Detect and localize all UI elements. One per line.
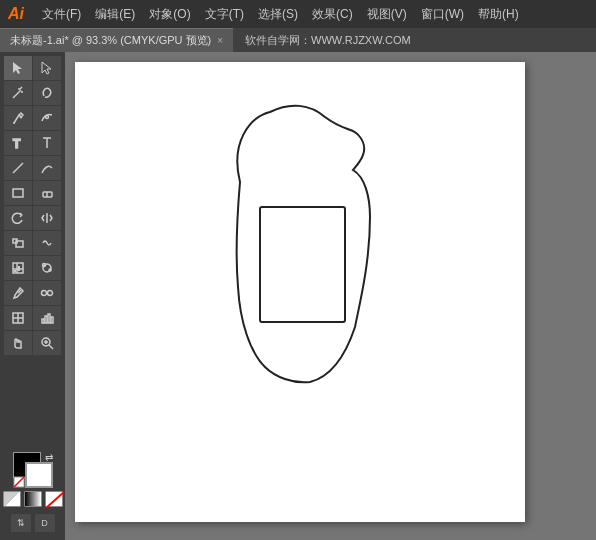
magic-wand-tool[interactable] [4, 81, 32, 105]
svg-line-39 [49, 345, 53, 349]
selection-tool[interactable] [4, 56, 32, 80]
direct-selection-tool[interactable] [33, 56, 61, 80]
lasso-tool[interactable] [33, 81, 61, 105]
left-toolbar: T [0, 52, 65, 540]
svg-line-3 [19, 90, 21, 92]
zoom-tool[interactable] [33, 331, 61, 355]
svg-point-29 [48, 291, 53, 296]
svg-rect-13 [13, 189, 23, 197]
svg-point-28 [42, 291, 47, 296]
tool-row-rotate [2, 206, 63, 230]
stroke-color[interactable] [25, 462, 53, 488]
artboard [75, 62, 525, 522]
menu-bar: 文件(F) 编辑(E) 对象(O) 文字(T) 选择(S) 效果(C) 视图(V… [36, 4, 525, 25]
tool-row-eyedropper [2, 281, 63, 305]
menu-window[interactable]: 窗口(W) [415, 4, 470, 25]
menu-help[interactable]: 帮助(H) [472, 4, 525, 25]
tab-right-info: 软件自学网：WWW.RJZXW.COM [233, 33, 411, 48]
vertical-type-tool[interactable] [33, 131, 61, 155]
active-tab[interactable]: 未标题-1.ai* @ 93.3% (CMYK/GPU 预览) × [0, 28, 233, 52]
menu-edit[interactable]: 编辑(E) [89, 4, 141, 25]
tool-row-selection [2, 56, 63, 80]
extra-tools-row: ⇅ D [11, 514, 55, 532]
svg-line-44 [46, 492, 64, 508]
solid-color-btn[interactable] [3, 491, 21, 507]
tool-row-wand [2, 81, 63, 105]
none-icon [13, 476, 25, 488]
swap-fill-stroke-btn[interactable]: ⇅ [11, 514, 31, 532]
canvas-area [65, 52, 596, 540]
menu-type[interactable]: 文字(T) [199, 4, 250, 25]
blend-tool[interactable] [33, 281, 61, 305]
svg-rect-22 [14, 270, 16, 272]
menu-effect[interactable]: 效果(C) [306, 4, 359, 25]
graph-tool[interactable] [4, 256, 32, 280]
tool-row-pen [2, 106, 63, 130]
menu-object[interactable]: 对象(O) [143, 4, 196, 25]
svg-rect-34 [42, 319, 44, 323]
svg-rect-45 [260, 207, 345, 322]
tool-row-mesh [2, 306, 63, 330]
svg-rect-23 [18, 266, 20, 271]
svg-marker-1 [42, 62, 51, 74]
menu-view[interactable]: 视图(V) [361, 4, 413, 25]
bar-graph-tool[interactable] [33, 306, 61, 330]
tool-row-graph [2, 256, 63, 280]
warp-tool[interactable] [33, 231, 61, 255]
eraser-tool[interactable] [33, 181, 61, 205]
tool-row-shape [2, 181, 63, 205]
svg-point-7 [13, 122, 15, 124]
mesh-tool[interactable] [4, 306, 32, 330]
menu-file[interactable]: 文件(F) [36, 4, 87, 25]
app-logo: Ai [8, 5, 24, 23]
svg-line-6 [20, 87, 22, 89]
tool-row-hand [2, 331, 63, 355]
title-bar: Ai 文件(F) 编辑(E) 对象(O) 文字(T) 选择(S) 效果(C) 视… [0, 0, 596, 28]
eyedropper-tool[interactable] [4, 281, 32, 305]
color-section: ⇄ ⇅ D [2, 448, 63, 536]
svg-line-12 [13, 163, 23, 173]
drawing-canvas [75, 62, 525, 522]
pen-tool[interactable] [4, 106, 32, 130]
none-btn[interactable] [45, 491, 63, 507]
svg-rect-37 [51, 317, 53, 323]
hand-tool[interactable] [4, 331, 32, 355]
svg-rect-36 [48, 314, 50, 323]
reflect-tool[interactable] [33, 206, 61, 230]
tool-row-line [2, 156, 63, 180]
svg-text:T: T [13, 137, 21, 150]
svg-point-8 [46, 116, 49, 119]
color-boxes: ⇄ [13, 452, 53, 488]
color-options-row [3, 491, 63, 507]
tab-close-button[interactable]: × [217, 35, 223, 46]
tab-label: 未标题-1.ai* @ 93.3% (CMYK/GPU 预览) [10, 33, 211, 48]
symbol-tool[interactable] [33, 256, 61, 280]
gradient-btn[interactable] [24, 491, 42, 507]
main-layout: T [0, 52, 596, 540]
tool-row-type: T [2, 131, 63, 155]
rectangle-tool[interactable] [4, 181, 32, 205]
arc-tool[interactable] [33, 156, 61, 180]
svg-rect-18 [13, 239, 17, 243]
line-tool[interactable] [4, 156, 32, 180]
curvature-tool[interactable] [33, 106, 61, 130]
tab-bar: 未标题-1.ai* @ 93.3% (CMYK/GPU 预览) × 软件自学网：… [0, 28, 596, 52]
scale-tool[interactable] [4, 231, 32, 255]
type-tool[interactable]: T [4, 131, 32, 155]
menu-select[interactable]: 选择(S) [252, 4, 304, 25]
svg-line-2 [13, 92, 19, 98]
svg-marker-0 [13, 62, 22, 74]
default-colors-btn[interactable]: D [35, 514, 55, 532]
svg-rect-35 [45, 316, 47, 323]
tool-row-scale [2, 231, 63, 255]
rotate-tool[interactable] [4, 206, 32, 230]
swap-colors-icon[interactable]: ⇄ [45, 452, 53, 463]
